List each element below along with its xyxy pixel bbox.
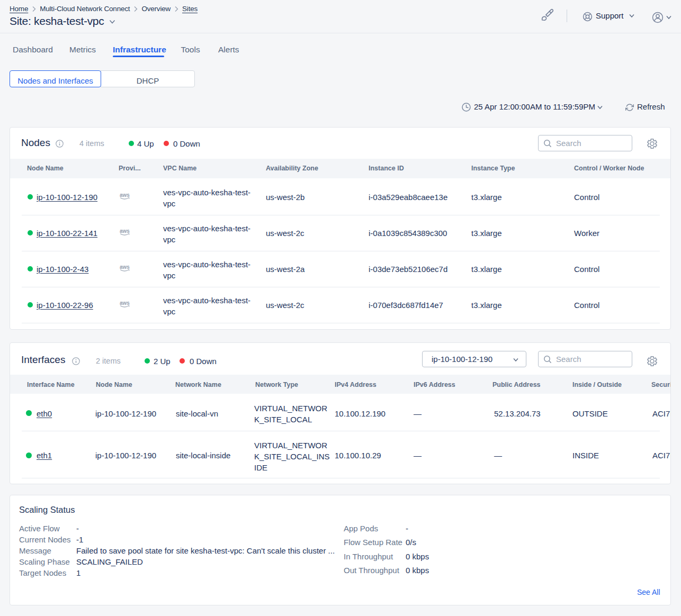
svg-text:aws: aws xyxy=(120,300,130,306)
svg-text:aws: aws xyxy=(120,228,130,234)
svg-text:aws: aws xyxy=(120,264,130,270)
svg-text:aws: aws xyxy=(120,192,130,198)
